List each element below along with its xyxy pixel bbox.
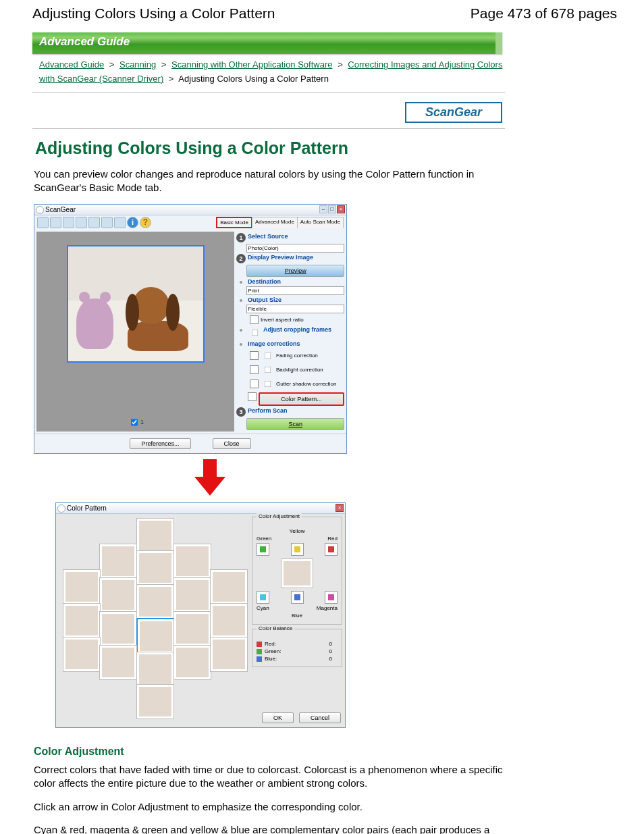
preferences-button[interactable]: Preferences... [130,438,190,449]
body-text: Cyan & red, magenta & green and yellow &… [34,823,506,834]
pattern-thumb[interactable] [99,544,137,579]
pattern-thumb[interactable] [136,584,174,619]
tool-icon[interactable] [63,217,74,228]
pattern-thumb[interactable] [173,544,211,579]
crumb-other-app[interactable]: Scanning with Other Application Software [171,59,332,70]
cancel-button[interactable]: Cancel [299,712,341,723]
preview-image[interactable] [67,245,205,363]
select-destination[interactable]: Print [246,286,344,295]
select-output-size[interactable]: Flexible [246,305,344,313]
adjust-crop-checkbox[interactable] [252,330,259,336]
tab-auto-scan-mode[interactable]: Auto Scan Mode [297,217,344,228]
label-image-corrections: Image corrections [248,340,344,347]
close-button[interactable]: Close [213,438,251,449]
color-pattern-icon [248,392,257,401]
tool-icon[interactable] [101,217,113,228]
section-heading: Color Adjustment [34,746,617,758]
label-perform-scan: Perform Scan [248,407,344,414]
fading-icon [250,351,259,360]
close-icon[interactable]: × [336,504,344,512]
color-adjustment-group: Color Adjustment Yellow GreenRed Cyan [252,517,342,625]
pattern-thumb[interactable] [63,637,101,672]
breadcrumb: Advanced Guide > Scanning > Scanning wit… [39,58,512,86]
arrow-down-icon [194,459,225,496]
label-preview: Display Preview Image [248,254,344,261]
gutter-checkbox[interactable] [265,381,271,388]
page-indicator: Page 473 of 678 pages [471,5,617,22]
tool-icon[interactable] [76,217,87,228]
tool-icon[interactable] [37,217,49,228]
color-pattern-button[interactable]: Color Pattern... [259,392,344,406]
adjust-cyan-button[interactable] [257,591,269,604]
adjustment-preview [281,558,313,588]
crumb-scanning[interactable]: Scanning [119,59,156,70]
window-icon [36,206,44,214]
preview-button[interactable]: Preview [246,265,344,277]
aspect-icon [250,315,259,324]
pattern-thumb[interactable] [210,637,248,672]
pattern-thumb[interactable] [136,684,174,719]
pattern-grid [59,517,248,706]
invert-aspect-link[interactable]: Invert aspect ratio [261,317,304,323]
pattern-thumb[interactable] [99,577,137,613]
adjust-green-button[interactable] [257,543,269,556]
adjust-yellow-button[interactable] [291,543,304,556]
info-icon[interactable]: i [127,217,138,228]
pattern-thumb[interactable] [173,645,211,680]
scan-button[interactable]: Scan [246,418,344,430]
fading-checkbox[interactable] [265,353,271,359]
adjust-crop-link[interactable]: Adjust cropping frames [263,326,344,333]
tool-icon[interactable] [114,217,126,228]
adjust-red-button[interactable] [325,543,338,556]
crumb-advanced-guide[interactable]: Advanced Guide [39,59,104,70]
tool-icon[interactable] [50,217,61,228]
label-select-source: Select Source [248,233,344,240]
pattern-thumb[interactable] [136,518,174,553]
backlight-icon [250,365,259,374]
page-header: Adjusting Colors Using a Color Pattern P… [32,5,617,22]
label-output-size: Output Size [248,296,344,303]
body-text: Correct colors that have faded with time… [34,763,506,791]
body-text: Click an arrow in Color Adjustment to em… [34,800,506,814]
doc-title: Adjusting Colors Using a Color Pattern [32,5,275,22]
page-title: Adjusting Colors Using a Color Pattern [35,138,617,158]
tab-basic-mode[interactable]: Basic Mode [216,217,252,228]
pattern-thumb[interactable] [136,550,174,585]
pattern-thumb[interactable] [99,645,137,680]
scangear-window: ScanGear – □ × i ? Basic Mode [34,204,347,454]
backlight-checkbox[interactable] [265,367,271,373]
preview-count[interactable]: 1 [127,416,144,429]
tool-icon[interactable] [88,217,100,228]
window-titlebar: Color Pattern × [56,503,345,514]
adjust-blue-button[interactable] [291,591,304,604]
preview-area: 1 [36,232,234,432]
crumb-current: Adjusting Colors Using a Color Pattern [178,74,329,84]
toolbar: i ? Basic Mode Advanced Mode Auto Scan M… [34,215,346,230]
color-balance-group: Color Balance Red:0 Green:0 Blue:0 [252,629,342,667]
select-source[interactable]: Photo(Color) [246,244,344,253]
balance-blue-value: 0 [329,656,332,662]
pattern-thumb[interactable] [173,611,211,646]
banner-advanced-guide: Advanced Guide [32,32,502,54]
pattern-thumb[interactable] [136,652,174,687]
pattern-thumb[interactable] [63,603,101,638]
intro-text: You can preview color changes and reprod… [34,167,506,195]
window-titlebar: ScanGear – □ × [34,205,346,215]
minimize-icon[interactable]: – [319,205,327,213]
pattern-thumb-selected[interactable] [136,618,176,654]
ok-button[interactable]: OK [262,712,294,723]
tab-advanced-mode[interactable]: Advanced Mode [252,217,298,228]
help-icon[interactable]: ? [140,217,151,228]
pattern-thumb[interactable] [210,569,248,604]
pattern-thumb[interactable] [63,569,101,604]
adjust-magenta-button[interactable] [325,591,338,604]
balance-green-value: 0 [329,648,332,654]
pattern-thumb[interactable] [99,611,137,646]
gutter-icon [250,380,259,388]
window-icon [57,504,65,513]
pattern-thumb[interactable] [210,603,248,638]
maximize-icon[interactable]: □ [328,205,336,213]
settings-panel: 1Select Source Photo(Color) 2Display Pre… [236,232,344,432]
close-icon[interactable]: × [337,205,345,213]
pattern-thumb[interactable] [173,577,211,613]
